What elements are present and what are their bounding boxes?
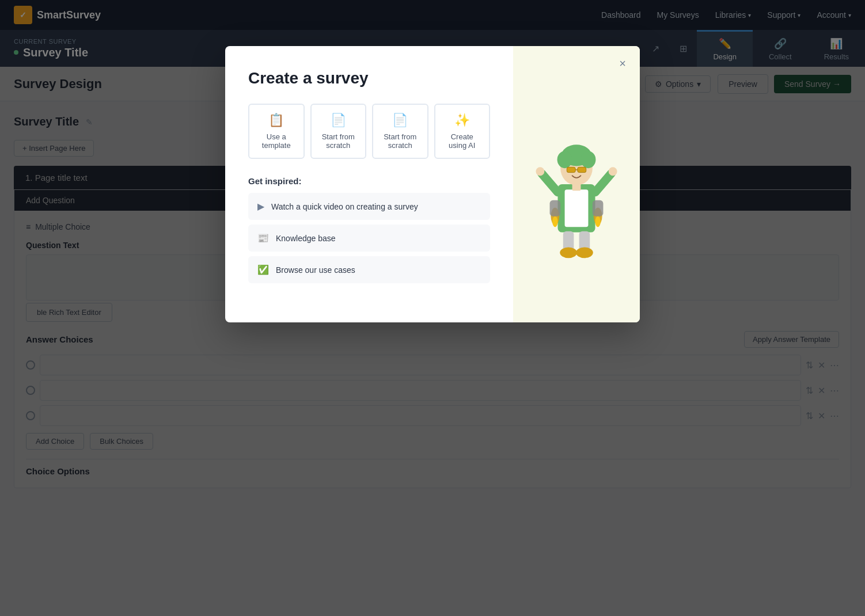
template-icon: 📋: [268, 113, 284, 128]
start-scratch-label-1: Start from scratch: [317, 132, 360, 150]
svg-point-19: [552, 216, 557, 227]
svg-point-4: [557, 151, 572, 168]
video-icon: ▶: [257, 201, 264, 212]
svg-line-12: [595, 173, 612, 192]
svg-rect-6: [567, 167, 575, 172]
svg-rect-23: [593, 200, 604, 216]
ai-icon: ✨: [454, 113, 470, 128]
scratch-icon-2: 📄: [392, 113, 408, 128]
svg-point-21: [595, 216, 601, 227]
svg-line-10: [542, 173, 558, 192]
svg-point-5: [581, 151, 595, 168]
inspired-video-item[interactable]: ▶ Watch a quick video on creating a surv…: [248, 193, 490, 220]
inspired-usecases-item[interactable]: ✅ Browse our use cases: [248, 256, 490, 283]
get-inspired-label: Get inspired:: [248, 176, 490, 186]
svg-point-13: [609, 167, 617, 176]
modal-left-panel: × Create a survey 📋 Use a template 📄 Sta…: [225, 46, 513, 322]
modal-right-panel: [513, 46, 640, 322]
inspired-usecases-label: Browse our use cases: [276, 265, 355, 275]
create-survey-modal: × Create a survey 📋 Use a template 📄 Sta…: [225, 46, 640, 322]
svg-point-16: [560, 248, 577, 258]
create-ai-label: Create using AI: [441, 132, 484, 150]
create-ai-option[interactable]: ✨ Create using AI: [434, 104, 491, 159]
inspired-knowledge-item[interactable]: 📰 Knowledge base: [248, 225, 490, 252]
start-scratch-option-1[interactable]: 📄 Start from scratch: [310, 104, 367, 159]
modal-overlay: × Create a survey 📋 Use a template 📄 Sta…: [0, 0, 865, 616]
svg-rect-1: [565, 189, 589, 227]
usecases-icon: ✅: [257, 264, 269, 275]
knowledge-icon: 📰: [257, 233, 269, 244]
svg-rect-7: [578, 167, 586, 172]
modal-close-button[interactable]: ×: [614, 55, 631, 71]
use-template-label: Use a template: [255, 132, 298, 150]
use-template-option[interactable]: 📋 Use a template: [248, 104, 305, 159]
svg-rect-22: [550, 200, 561, 216]
start-scratch-label-2: Start from scratch: [379, 132, 422, 150]
inspired-knowledge-label: Knowledge base: [276, 234, 336, 243]
modal-title: Create a survey: [248, 69, 490, 88]
svg-rect-9: [572, 183, 581, 191]
svg-point-11: [536, 167, 544, 176]
scratch-icon-1: 📄: [331, 113, 346, 128]
create-options-row: 📋 Use a template 📄 Start from scratch 📄 …: [248, 104, 490, 159]
inspired-video-label: Watch a quick video on creating a survey: [271, 202, 418, 211]
start-scratch-option-2[interactable]: 📄 Start from scratch: [372, 104, 428, 159]
character-illustration: [525, 109, 628, 259]
svg-point-17: [576, 248, 593, 258]
